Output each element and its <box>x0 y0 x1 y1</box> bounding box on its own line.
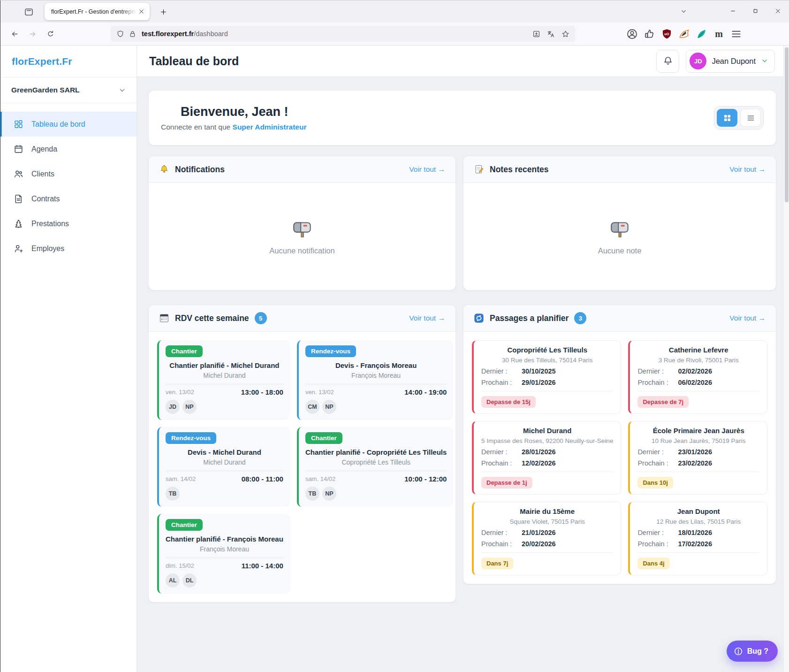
appointment-title: Chantier planifié - Copropriété Les Till… <box>305 448 447 456</box>
privacy-badger-icon[interactable] <box>678 28 690 40</box>
list-view-button[interactable] <box>740 109 761 127</box>
appointment-date: sam. 14/02 <box>166 475 196 482</box>
sidebar-item-clients[interactable]: Clients <box>0 161 137 186</box>
ublock-shield-icon[interactable]: uO <box>661 28 673 40</box>
notifications-button[interactable] <box>656 50 679 73</box>
passage-address: Square Violet, 75015 Paris <box>481 518 613 525</box>
divider <box>166 471 283 471</box>
people-icon <box>14 169 23 179</box>
passages-grid: Copropriété Les Tilleuls 30 Rue des Till… <box>463 332 776 584</box>
browser-tab[interactable]: florExpert.Fr - Gestion d'entreprise de <box>45 3 150 20</box>
calendar-emoji-icon <box>159 313 169 323</box>
window-border <box>0 0 0 672</box>
top-bar: Tableau de bord JD Jean Dupont <box>137 46 789 77</box>
empty-state: Aucune notification <box>149 183 455 290</box>
appointment-card[interactable]: Rendez-vous Devis - Michel Durand Michel… <box>157 427 290 507</box>
sync-emoji-icon <box>474 313 484 323</box>
sidebar-item-label: Contrats <box>31 195 60 203</box>
app-logo[interactable]: florExpert.Fr <box>12 56 72 67</box>
avatar-badge: NP <box>322 487 336 501</box>
bookmark-star-icon[interactable] <box>561 30 569 38</box>
new-tab-button[interactable] <box>156 5 170 19</box>
next-visit-label: Prochain : <box>637 540 678 548</box>
passage-card[interactable]: Michel Durand 5 Impasse des Roses, 92200… <box>472 421 621 495</box>
empty-state: Aucune note <box>463 183 776 290</box>
appointment-time: 11:00 - 14:00 <box>242 562 283 570</box>
see-all-link[interactable]: Voir tout → <box>729 314 766 322</box>
user-menu[interactable]: JD Jean Dupont <box>686 50 775 73</box>
extension-thumb-icon[interactable] <box>644 28 655 40</box>
appointment-type-badge: Rendez-vous <box>166 432 216 444</box>
chevron-down-icon <box>680 8 687 15</box>
firefox-view-button[interactable] <box>23 6 35 18</box>
sidebar-item-label: Prestations <box>31 220 69 228</box>
last-visit-label: Dernier : <box>481 529 522 536</box>
next-visit-date: 20/02/2026 <box>522 540 556 548</box>
account-icon[interactable] <box>626 28 638 40</box>
sidebar-item-contrats[interactable]: Contrats <box>0 186 137 211</box>
feather-extension-icon[interactable] <box>696 28 707 40</box>
close-window-button[interactable] <box>766 0 789 22</box>
back-button[interactable] <box>7 26 23 42</box>
view-toggle <box>714 106 764 130</box>
dashboard-icon <box>14 119 23 129</box>
menu-icon[interactable] <box>730 28 742 40</box>
m-extension-icon[interactable]: m <box>713 28 725 40</box>
passage-card[interactable]: Jean Dupont 12 Rue des Lilas, 75015 Pari… <box>628 502 767 575</box>
passage-card[interactable]: Copropriété Les Tilleuls 30 Rue des Till… <box>472 340 621 414</box>
appointment-type-badge: Chantier <box>166 345 203 357</box>
passage-card[interactable]: Catherine Lefevre 3 Rue de Rivoli, 75001… <box>628 340 767 414</box>
lock-icon[interactable] <box>129 30 137 38</box>
person-add-icon <box>14 244 23 253</box>
minimize-button[interactable] <box>721 0 744 22</box>
panel-title: Notifications <box>175 165 225 175</box>
passage-card[interactable]: Mairie du 15ème Square Violet, 75015 Par… <box>472 502 621 575</box>
tab-close-button[interactable] <box>137 7 146 16</box>
avatar-badge: CM <box>305 400 319 414</box>
passage-card[interactable]: École Primaire Jean Jaurès 10 Rue Jean J… <box>628 421 767 495</box>
grid-view-button[interactable] <box>717 109 737 127</box>
appointment-card[interactable]: Chantier Chantier planifié - François Mo… <box>157 514 290 594</box>
avatar-badge: NP <box>322 400 336 414</box>
appointments-grid: Chantier Chantier planifié - Michel Dura… <box>149 332 455 602</box>
user-avatar: JD <box>690 53 706 69</box>
sidebar-item-agenda[interactable]: Agenda <box>0 137 137 161</box>
mailbox-emoji-icon <box>291 218 313 239</box>
appointment-card[interactable]: Chantier Chantier planifié - Copropriété… <box>297 427 453 507</box>
see-all-link[interactable]: Voir tout → <box>409 314 445 322</box>
translate-icon[interactable] <box>547 30 555 38</box>
appointment-card[interactable]: Chantier Chantier planifié - Michel Dura… <box>157 340 290 420</box>
url-bar[interactable]: test.florexpert.fr/dashboard <box>111 26 575 42</box>
sidebar-item-employes[interactable]: Employes <box>0 236 137 261</box>
sidebar-item-tableau-de-bord[interactable]: Tableau de bord <box>0 112 137 137</box>
appointment-card[interactable]: Rendez-vous Devis - François Moreau Fran… <box>297 340 453 420</box>
appointment-client: François Moreau <box>305 372 447 379</box>
passage-client-name: Michel Durand <box>481 427 613 435</box>
sidebar-item-prestations[interactable]: Prestations <box>0 211 137 236</box>
divider <box>637 552 759 553</box>
forward-button[interactable] <box>24 26 40 42</box>
url-path: /dashboard <box>194 30 228 38</box>
shield-icon[interactable] <box>116 30 124 38</box>
passages-panel: Passages a planifier 3 Voir tout → Copro… <box>463 305 776 584</box>
list-tabs-button[interactable] <box>676 4 690 18</box>
sidebar-item-label: Agenda <box>31 145 57 153</box>
url-text: test.florexpert.fr/dashboard <box>142 30 528 38</box>
divider <box>305 471 447 471</box>
scrollbar-thumb[interactable] <box>785 47 789 202</box>
appointment-avatars: TBNP <box>305 487 447 501</box>
bug-report-button[interactable]: Bug ? <box>727 641 778 662</box>
browser-toolbar: test.florexpert.fr/dashboard uO m <box>0 23 789 46</box>
maximize-icon <box>752 8 759 14</box>
panel-title: Notes recentes <box>490 165 548 175</box>
appointment-type-badge: Chantier <box>305 432 342 444</box>
appointment-client: Michel Durand <box>166 372 283 379</box>
see-all-link[interactable]: Voir tout → <box>729 165 766 174</box>
save-page-icon[interactable] <box>532 30 540 38</box>
chevron-down-icon <box>118 86 126 94</box>
see-all-link[interactable]: Voir tout → <box>409 165 445 174</box>
reload-button[interactable] <box>42 26 58 42</box>
company-selector[interactable]: GreenGarden SARL <box>0 77 137 103</box>
maximize-button[interactable] <box>744 0 766 22</box>
due-status-badge: Dans 4j <box>637 557 669 569</box>
